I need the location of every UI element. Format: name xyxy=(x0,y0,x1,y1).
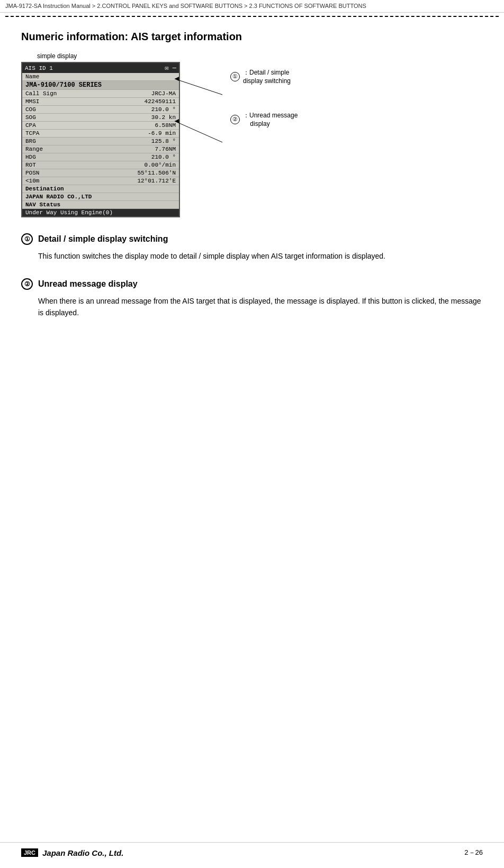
ais-name-row: Name xyxy=(22,73,179,81)
breadcrumb: JMA-9172-SA Instruction Manual > 2.CONTR… xyxy=(0,0,504,13)
footer-company: Japan Radio Co., Ltd. xyxy=(42,848,123,857)
ais-row: Call Sign JRCJ-MA xyxy=(22,90,179,98)
ais-posn-row2: <10m 12°01.712'E xyxy=(22,177,179,185)
callout-svg xyxy=(175,68,281,200)
diagram-container: simple display AIS ID 1 ✉ — Name JMA-910… xyxy=(21,52,483,217)
item-1-section: ① Detail / simple display switching This… xyxy=(21,233,483,262)
item-2-circle: ② xyxy=(21,278,33,290)
ais-row: Range 7.76NM xyxy=(22,145,179,153)
ais-row: TCPA -6.9 min xyxy=(22,130,179,138)
ais-nav-label: NAV Status xyxy=(22,201,179,209)
ais-screen-wrapper: AIS ID 1 ✉ — Name JMA-9100/7100 SERIES C… xyxy=(21,62,180,217)
item-2-title: ② Unread message display xyxy=(21,278,483,290)
ais-row: BRG 125.8 ° xyxy=(22,138,179,145)
ais-row: MMSI 422459111 xyxy=(22,98,179,106)
ais-series-row: JMA-9100/7100 SERIES xyxy=(22,81,179,90)
ais-destination-label: Destination xyxy=(22,185,179,193)
section-divider xyxy=(5,16,499,17)
footer-logo: JRC Japan Radio Co., Ltd. xyxy=(21,848,123,857)
item-1-body: This function switches the display mode … xyxy=(38,250,483,262)
main-content: Numeric information: AIS target informat… xyxy=(0,20,504,355)
footer-page: 2－26 xyxy=(464,848,483,857)
item-1-circle: ① xyxy=(21,233,33,245)
item-1-title: ① Detail / simple display switching xyxy=(21,233,483,245)
ais-posn-row: POSN 55°11.506'N xyxy=(22,169,179,177)
svg-marker-2 xyxy=(175,77,179,81)
ais-row: ROT 0.00°/min xyxy=(22,161,179,169)
ais-row: COG 210.0 ° xyxy=(22,106,179,114)
ais-section-top: Call Sign JRCJ-MA MMSI 422459111 COG 210… xyxy=(22,90,179,138)
ais-row: SOG 30.2 kn xyxy=(22,114,179,122)
callout-area: ① ：Detail / simpledisplay switching ② ：U… xyxy=(180,52,298,127)
ais-row: HDG 210.0 ° xyxy=(22,153,179,161)
ais-destination-value: JAPAN RADIO CO.,LTD xyxy=(22,193,179,201)
ais-section-bottom: BRG 125.8 ° Range 7.76NM HDG 210.0 ° R xyxy=(22,138,179,216)
item-2-body: When there is an unread message from the… xyxy=(38,295,483,319)
item-2-section: ② Unread message display When there is a… xyxy=(21,278,483,319)
ais-top-bar: AIS ID 1 ✉ — xyxy=(22,63,179,73)
ais-row: CPA 6.58NM xyxy=(22,122,179,130)
svg-line-0 xyxy=(175,79,222,95)
ais-id: AIS ID 1 xyxy=(25,65,53,71)
ais-nav-value: Under Way Using Engine(0) xyxy=(22,209,179,216)
svg-line-1 xyxy=(175,121,222,142)
footer: JRC Japan Radio Co., Ltd. 2－26 xyxy=(0,842,504,857)
jrc-label: JRC xyxy=(21,848,38,857)
diagram-left: simple display AIS ID 1 ✉ — Name JMA-910… xyxy=(21,52,180,217)
svg-marker-3 xyxy=(175,119,179,123)
simple-display-label: simple display xyxy=(37,52,77,60)
section-heading: Numeric information: AIS target informat… xyxy=(21,31,483,43)
ais-screen: AIS ID 1 ✉ — Name JMA-9100/7100 SERIES C… xyxy=(21,62,180,217)
